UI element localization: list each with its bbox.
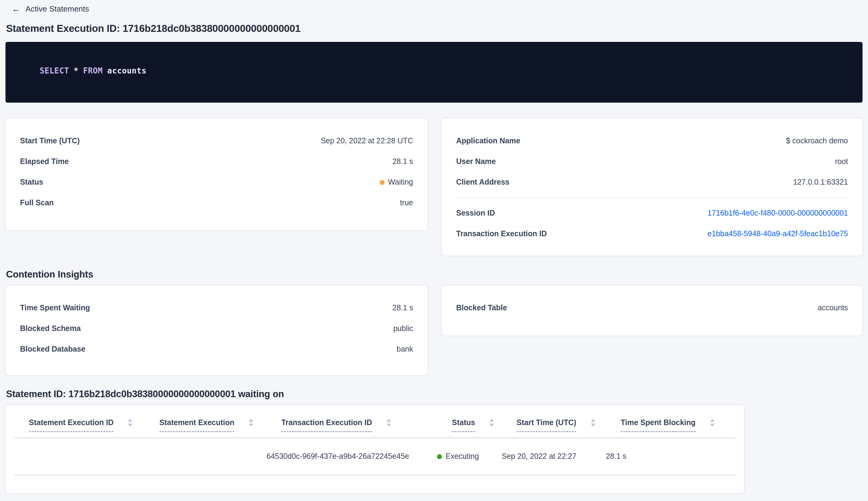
sort-icon[interactable]: [128, 419, 132, 427]
full-scan-row: Full Scan true: [20, 198, 413, 208]
client-address-row: Client Address 127.0.0.1:63321: [456, 177, 848, 187]
back-arrow-icon[interactable]: ←: [12, 4, 21, 13]
sort-icon[interactable]: [490, 419, 494, 427]
column-header-statement-execution-id[interactable]: Statement Execution ID: [29, 417, 159, 432]
sql-keyword-from: FROM: [83, 66, 103, 75]
start-time-row: Start Time (UTC) Sep 20, 2022 at 22:28 U…: [20, 136, 413, 146]
cell-status-text: Executing: [446, 452, 479, 460]
waiting-status-dot-icon: [380, 180, 384, 185]
page-title: Statement Execution ID: 1716b218dc0b3838…: [6, 22, 862, 35]
back-link[interactable]: ← Active Statements: [6, 3, 89, 14]
user-name-value: root: [835, 156, 848, 167]
column-header-statement-execution[interactable]: Statement Execution: [159, 417, 281, 432]
column-header-label[interactable]: Statement Execution: [159, 417, 234, 432]
cell-statement-execution: [144, 451, 267, 461]
blocked-schema-label: Blocked Schema: [20, 323, 81, 333]
user-name-label: User Name: [456, 156, 496, 167]
back-link-label[interactable]: Active Statements: [25, 4, 89, 14]
elapsed-time-row: Elapsed Time 28.1 s: [20, 156, 413, 167]
transaction-execution-id-row: Transaction Execution ID e1bba458-5948-4…: [456, 228, 848, 239]
contention-waiting-card: Time Spent Waiting 28.1 s Blocked Schema…: [6, 285, 427, 375]
application-name-label: Application Name: [456, 136, 520, 146]
client-address-label: Client Address: [456, 177, 510, 187]
blocked-table-card: Blocked Table accounts: [442, 285, 862, 335]
sql-star: *: [74, 66, 79, 75]
cell-statement-execution-id: [14, 451, 144, 461]
waiting-on-table-header: Statement Execution ID Statement Executi…: [14, 417, 736, 432]
transaction-execution-id-label: Transaction Execution ID: [456, 228, 547, 239]
waiting-on-heading: Statement ID: 1716b218dc0b38380000000000…: [6, 388, 862, 400]
sql-table-name: accounts: [107, 66, 146, 75]
cell-transaction-execution-id: 64530d0c-969f-437e-a9b4-26a72245e45e: [267, 451, 437, 461]
status-row: Status Waiting: [20, 177, 413, 187]
page-container: ← Active Statements Statement Execution …: [0, 0, 868, 493]
sort-icon[interactable]: [710, 419, 714, 427]
sql-statement-box: SELECT*FROMaccounts: [6, 42, 862, 103]
sort-icon[interactable]: [387, 419, 391, 427]
column-header-time-spent-blocking[interactable]: Time Spent Blocking: [621, 417, 736, 432]
executing-status-dot-icon: [437, 454, 442, 459]
user-name-row: User Name root: [456, 156, 848, 167]
column-header-label[interactable]: Transaction Execution ID: [281, 417, 372, 432]
time-spent-waiting-label: Time Spent Waiting: [20, 302, 90, 313]
blocked-table-value: accounts: [818, 302, 848, 313]
cell-status: Executing: [437, 451, 502, 461]
cell-time-spent-blocking: 28.1 s: [606, 451, 736, 461]
cell-start-time: Sep 20, 2022 at 22:27: [502, 451, 606, 461]
session-id-label: Session ID: [456, 208, 495, 218]
column-header-label[interactable]: Time Spent Blocking: [621, 417, 696, 432]
blocked-schema-row: Blocked Schema public: [20, 323, 413, 333]
contention-cards-row: Time Spent Waiting 28.1 s Blocked Schema…: [6, 285, 862, 375]
blocked-database-value: bank: [397, 344, 413, 354]
application-name-value: $ cockroach demo: [786, 136, 848, 146]
start-time-label: Start Time (UTC): [20, 136, 80, 146]
elapsed-time-value: 28.1 s: [392, 156, 413, 167]
blocked-table-label: Blocked Table: [456, 302, 507, 313]
session-details-card: Application Name $ cockroach demo User N…: [442, 118, 862, 256]
sort-icon[interactable]: [249, 419, 253, 427]
contention-insights-heading: Contention Insights: [6, 268, 862, 280]
full-scan-label: Full Scan: [20, 198, 54, 208]
start-time-value: Sep 20, 2022 at 22:28 UTC: [321, 136, 413, 146]
column-header-label[interactable]: Start Time (UTC): [517, 417, 576, 432]
column-header-status[interactable]: Status: [452, 417, 517, 432]
status-value: Waiting: [380, 177, 413, 187]
transaction-execution-id-link[interactable]: e1bba458-5948-40a9-a42f-5feac1b10e75: [707, 228, 848, 239]
blocked-database-label: Blocked Database: [20, 344, 85, 354]
status-value-text: Waiting: [388, 178, 413, 186]
sql-keyword-select: SELECT: [40, 66, 69, 75]
elapsed-time-label: Elapsed Time: [20, 156, 69, 167]
column-header-transaction-execution-id[interactable]: Transaction Execution ID: [281, 417, 452, 432]
column-header-start-time[interactable]: Start Time (UTC): [517, 417, 621, 432]
application-name-row: Application Name $ cockroach demo: [456, 136, 848, 146]
session-id-row: Session ID 1716b1f6-4e0c-f480-0000-00000…: [456, 208, 848, 218]
execution-details-card: Start Time (UTC) Sep 20, 2022 at 22:28 U…: [6, 118, 427, 230]
column-header-label[interactable]: Statement Execution ID: [29, 417, 113, 432]
sort-icon[interactable]: [591, 419, 595, 427]
client-address-value: 127.0.0.1:63321: [793, 177, 848, 187]
time-spent-waiting-value: 28.1 s: [392, 302, 413, 313]
blocked-database-row: Blocked Database bank: [20, 344, 413, 354]
full-scan-value: true: [400, 198, 413, 208]
table-row: 64530d0c-969f-437e-a9b4-26a72245e45e Exe…: [14, 438, 736, 475]
blocked-schema-value: public: [393, 323, 413, 333]
blocked-table-row: Blocked Table accounts: [456, 302, 848, 313]
time-spent-waiting-row: Time Spent Waiting 28.1 s: [20, 302, 413, 313]
divider: [456, 198, 848, 198]
session-id-link[interactable]: 1716b1f6-4e0c-f480-0000-000000000001: [707, 208, 848, 218]
overview-cards-row: Start Time (UTC) Sep 20, 2022 at 22:28 U…: [6, 118, 862, 256]
status-label: Status: [20, 177, 43, 187]
waiting-on-table-card: Statement Execution ID Statement Executi…: [6, 405, 744, 493]
column-header-label[interactable]: Status: [452, 417, 475, 432]
